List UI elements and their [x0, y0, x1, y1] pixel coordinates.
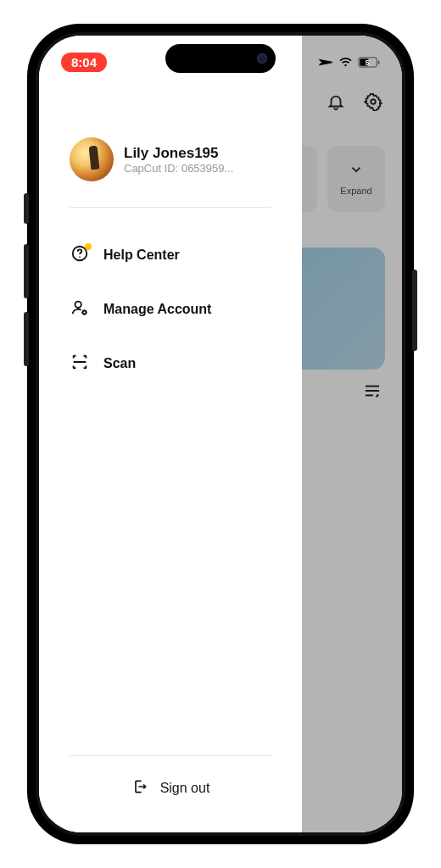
scan-item[interactable]: Scan [39, 337, 302, 391]
profile-id: CapCut ID: 0653959... [124, 162, 233, 175]
power-button [412, 270, 417, 351]
profile-row[interactable]: Lily Jones195 CapCut ID: 0653959... [39, 137, 302, 207]
svg-point-12 [75, 302, 81, 308]
scan-icon [70, 353, 89, 375]
help-center-item[interactable]: Help Center [39, 228, 302, 282]
dynamic-island [165, 44, 276, 73]
help-center-label: Help Center [103, 248, 180, 263]
phone-bezel: 8:04 [36, 32, 405, 836]
manage-account-item[interactable]: Manage Account [39, 282, 302, 337]
status-indicators: 5 [319, 55, 380, 70]
signout-label: Sign out [160, 781, 210, 796]
account-icon [70, 298, 89, 320]
airplane-icon [319, 55, 333, 70]
volume-up-button [24, 244, 29, 298]
signout-icon [131, 778, 148, 798]
svg-point-11 [79, 256, 81, 258]
volume-down-button [24, 312, 29, 366]
wifi-icon [338, 57, 353, 68]
status-time-pill: 8:04 [61, 53, 107, 72]
signout-button[interactable]: Sign out [70, 756, 271, 832]
svg-rect-1 [378, 60, 380, 64]
svg-text:5: 5 [366, 58, 370, 66]
svg-point-13 [82, 310, 86, 314]
divider [70, 207, 271, 208]
mute-switch [24, 193, 29, 224]
scan-label: Scan [103, 356, 136, 371]
manage-account-label: Manage Account [103, 302, 211, 317]
notification-dot [85, 243, 92, 250]
side-drawer: Lily Jones195 CapCut ID: 0653959... [39, 36, 302, 832]
phone-frame: 8:04 [27, 24, 414, 844]
avatar [70, 137, 114, 181]
battery-icon: 5 [358, 57, 380, 68]
screen: 8:04 [39, 36, 402, 832]
profile-name: Lily Jones195 [124, 145, 233, 162]
